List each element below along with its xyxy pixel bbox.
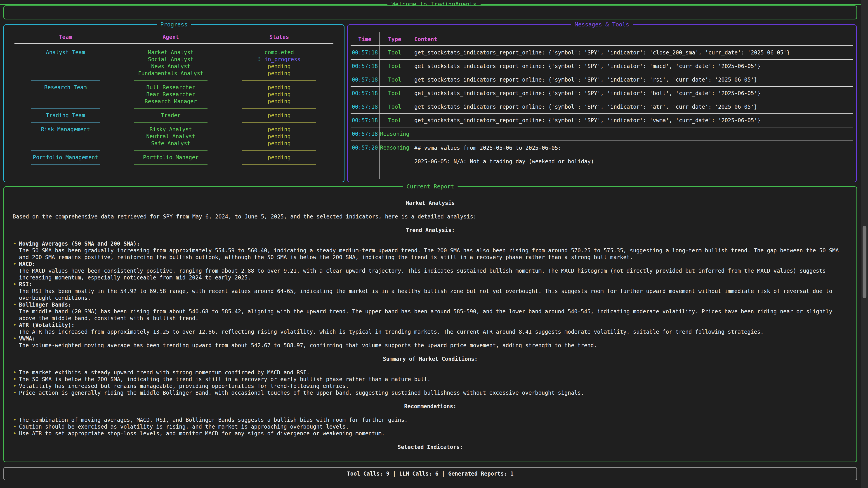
agent-name: Bull Researcher [117, 84, 225, 91]
agent-name: Risky Analyst [117, 126, 225, 133]
summary-item: Price action is generally riding the mid… [13, 390, 848, 396]
agent-name: Market Analyst [117, 49, 225, 56]
col-header-type: Type [379, 32, 410, 46]
team-name: Research Team [14, 84, 117, 91]
group-separator [225, 161, 333, 168]
message-time: 00:57:18 [350, 113, 379, 128]
scrollbar-thumb[interactable] [863, 226, 866, 298]
stats-text: Tool Calls: 9 | LLM Calls: 6 | Generated… [347, 470, 514, 477]
message-type: Tool [379, 59, 410, 74]
message-content: get_stockstats_indicators_report_online:… [410, 59, 853, 74]
group-separator [225, 119, 333, 126]
agent-name: News Analyst [117, 63, 225, 70]
welcome-panel [3, 5, 857, 20]
message-row: 00:57:18 Tool get_stockstats_indicators_… [350, 60, 853, 73]
group-separator [117, 161, 225, 168]
team-spacer [14, 98, 117, 105]
report-panel-title: Current Report [403, 183, 458, 190]
message-type: Reasoning [379, 127, 410, 141]
scrollbar[interactable] [861, 0, 868, 488]
message-row: 00:57:18 Tool get_stockstats_indicators_… [350, 46, 853, 60]
current-report-panel: Current Report Market Analysis Based on … [3, 186, 857, 462]
indicator-item: RSI: The RSI has been mostly in the 54.9… [13, 281, 848, 301]
recommendation-item: The combination of moving averages, MACD… [13, 417, 848, 423]
status-badge: pending [225, 126, 333, 133]
team-name: Analyst Team [14, 49, 117, 56]
recommendation-list: The combination of moving averages, MACD… [13, 417, 848, 437]
message-content: get_stockstats_indicators_report_online:… [410, 45, 853, 60]
indicator-item: MACD: The MACD values have been consiste… [13, 261, 848, 281]
group-separator [117, 77, 225, 84]
group-separator [14, 161, 117, 168]
status-badge: pending [225, 63, 333, 70]
messages-panel: Messages & Tools Time Type Content 00:57… [347, 24, 857, 182]
status-badge: pending [225, 91, 333, 98]
group-separator [14, 105, 117, 112]
message-type: Tool [379, 86, 410, 101]
col-header-status: Status [225, 34, 333, 43]
message-content: get_stockstats_indicators_report_online:… [410, 99, 853, 114]
message-type: Tool [379, 99, 410, 114]
report-heading-selected-indicators: Selected Indicators: [13, 444, 848, 451]
progress-table: Team Agent Status Analyst Team Market An… [14, 34, 333, 168]
report-heading-market-analysis: Market Analysis [13, 200, 848, 206]
message-time: 00:57:18 [350, 127, 379, 141]
spinner-icon: ⠇ [258, 56, 262, 63]
header-separator [14, 43, 333, 49]
team-name: Portfolio Management [14, 154, 117, 161]
group-separator [225, 147, 333, 154]
agent-name: Fundamentals Analyst [117, 70, 225, 77]
stats-footer: Tool Calls: 9 | LLM Calls: 6 | Generated… [3, 467, 857, 480]
message-type: Tool [379, 113, 410, 128]
team-spacer [14, 133, 117, 140]
team-spacer [14, 140, 117, 147]
status-badge: ⠇in_progress [225, 56, 333, 63]
indicator-item: Moving Averages (50 SMA and 200 SMA): Th… [13, 240, 848, 261]
group-separator [225, 77, 333, 84]
col-header-agent: Agent [117, 34, 225, 43]
message-row: 00:57:20 Reasoning ## vwma values from 2… [350, 141, 853, 175]
message-time: 00:57:18 [350, 45, 379, 60]
summary-list: The market exhibits a steady upward tren… [13, 369, 848, 396]
report-heading-trend-analysis: Trend Analysis: [13, 227, 848, 234]
message-content: get_stockstats_indicators_report_online:… [410, 113, 853, 128]
message-row: 00:57:18 Tool get_stockstats_indicators_… [350, 73, 853, 87]
message-row: 00:57:18 Tool get_stockstats_indicators_… [350, 114, 853, 127]
team-name: Trading Team [14, 112, 117, 119]
team-spacer [14, 63, 117, 70]
status-badge: pending [225, 112, 333, 119]
agent-name: Research Manager [117, 98, 225, 105]
col-header-time: Time [350, 32, 379, 46]
team-spacer [14, 70, 117, 77]
summary-item: The market exhibits a steady upward tren… [13, 369, 848, 376]
agent-name: Portfolio Manager [117, 154, 225, 161]
message-type: Tool [379, 45, 410, 60]
rule-line-left [0, 4, 388, 5]
reasoning-line: 2025-06-05: N/A: Not a trading day (week… [414, 158, 594, 165]
status-badge: completed [225, 49, 333, 56]
team-spacer [14, 91, 117, 98]
reasoning-line: ## vwma values from 2025-05-06 to 2025-0… [414, 144, 561, 151]
progress-panel: Progress Team Agent Status Analyst Team … [3, 24, 344, 182]
message-content: get_stockstats_indicators_report_online:… [410, 72, 853, 87]
group-separator [117, 105, 225, 112]
indicator-item: ATR (Volatility): The ATR has increased … [13, 322, 848, 335]
group-separator [14, 147, 117, 154]
report-body: Market Analysis Based on the comprehensi… [4, 187, 857, 451]
message-time: 00:57:18 [350, 86, 379, 101]
message-row: 00:57:18 Tool get_stockstats_indicators_… [350, 100, 853, 114]
recommendation-item: Use ATR to set appropriate stop-loss lev… [13, 430, 848, 437]
message-type: Reasoning [379, 141, 410, 180]
agent-name: Social Analyst [117, 56, 225, 63]
status-badge: pending [225, 140, 333, 147]
message-content [410, 127, 853, 141]
indicator-list: Moving Averages (50 SMA and 200 SMA): Th… [13, 240, 848, 349]
agent-name: Neutral Analyst [117, 133, 225, 140]
team-name: Risk Management [14, 126, 117, 133]
summary-item: The 50 SMA is below the 200 SMA, indicat… [13, 376, 848, 383]
col-header-content: Content [410, 32, 853, 46]
message-row: 00:57:18 Reasoning [350, 127, 853, 141]
messages-table: Time Type Content 00:57:18 Tool get_stoc… [350, 33, 853, 175]
report-heading-recommendations: Recommendations: [13, 403, 848, 410]
summary-item: Volatility has increased but remains man… [13, 383, 848, 390]
